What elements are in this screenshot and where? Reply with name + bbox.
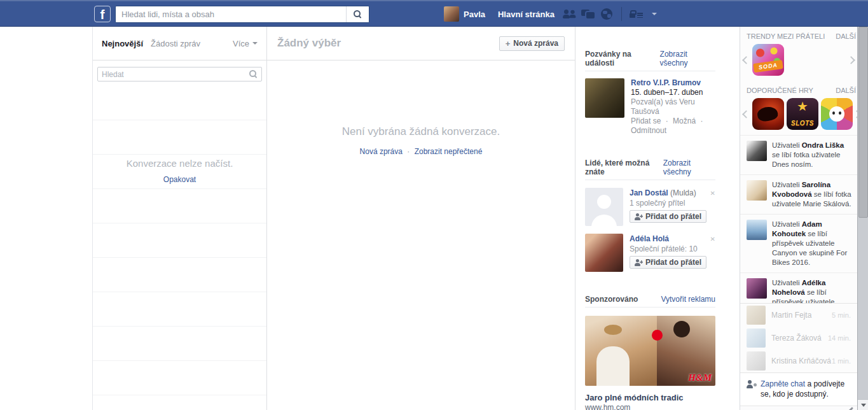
avatar (747, 329, 766, 348)
pymk-see-all-link[interactable]: Zobrazit všechny (663, 159, 715, 176)
dot-separator: · (404, 147, 412, 156)
event-maybe-link[interactable]: Možná (673, 117, 696, 125)
ad-headline-link[interactable]: Jaro plné módních tradic (585, 393, 715, 402)
avatar (747, 180, 767, 201)
chat-friend-row[interactable]: Martin Fejta 5 min. (740, 304, 857, 327)
sponsored-section-header: Sponzorováno Vytvořit reklamu (585, 288, 715, 308)
home-link[interactable]: Hlavní stránka (492, 1, 561, 27)
event-photo[interactable] (585, 78, 624, 118)
thread-panel: Žádný výběr + Nová zpráva Není vybrána ž… (267, 27, 575, 410)
global-search-input[interactable] (116, 6, 346, 22)
notifications-icon[interactable] (598, 1, 616, 27)
ticker-story[interactable]: Uživateli Adélka Nohelová se líbí příspě… (740, 273, 857, 303)
sponsored-title: Sponzorováno (585, 295, 638, 304)
messages-icon[interactable] (579, 1, 598, 27)
candy-soda-game-icon[interactable]: SODA (752, 44, 784, 76)
add-friend-icon (635, 259, 642, 266)
right-column: Pozvánky na události Zobrazit všechny Re… (575, 27, 725, 410)
conversations-panel: Nejnovější Žádosti zpráv Více Konverzace… (92, 27, 267, 410)
games-title: DOPORUČENÉ HRY (747, 87, 813, 94)
empty-new-message-link[interactable]: Nová zpráva (360, 147, 403, 156)
avatar (747, 141, 767, 161)
avatar[interactable] (585, 234, 623, 272)
scrollbar-thumb[interactable] (858, 27, 868, 218)
conversation-search-input[interactable] (102, 70, 249, 79)
slots-label: SLOTS (787, 120, 818, 127)
chevron-left-icon[interactable] (742, 56, 750, 64)
scroll-down-button[interactable] (858, 399, 868, 410)
event-join-link[interactable]: Přidat se (631, 117, 661, 125)
games-more-link[interactable]: DALŠÍ (836, 87, 856, 94)
profile-link[interactable]: Pavla (437, 1, 492, 27)
chat-friend-row[interactable]: Tereza Žáková 14 min. (740, 327, 857, 350)
add-friend-button[interactable]: Přidat do přátel (630, 256, 706, 269)
ad-photo-left (585, 316, 657, 386)
chevron-down-icon (252, 42, 258, 45)
last-active-time: 5 min. (832, 311, 851, 319)
pymk-alias: (Mulda) (668, 188, 696, 197)
home-label: Hlavní stránka (498, 10, 555, 19)
account-menu-button[interactable] (645, 1, 664, 27)
conversation-row-placeholder (93, 120, 266, 155)
top-navbar: f Pavla Hlavní stránka (0, 0, 868, 27)
create-ad-link[interactable]: Vytvořit reklamu (661, 295, 715, 304)
tab-message-requests[interactable]: Žádosti zpráv (147, 39, 204, 48)
tab-newest[interactable]: Nejnovější (98, 39, 147, 48)
chat-search-bar: ⚙ (740, 406, 857, 410)
more-dropdown[interactable]: Více (229, 39, 261, 48)
pymk-title: Lidé, které možná znáte (585, 159, 663, 176)
chevron-right-icon[interactable] (853, 110, 857, 118)
new-message-button[interactable]: + Nová zpráva (499, 36, 565, 51)
profile-name: Pavla (464, 10, 485, 19)
conversation-row-placeholder (93, 258, 266, 292)
chevron-left-icon[interactable] (742, 110, 750, 118)
slots-game-icon[interactable]: ★ SLOTS (787, 98, 818, 130)
trivia-face (829, 106, 844, 122)
close-icon[interactable]: ✕ (710, 190, 715, 197)
facebook-logo[interactable]: f (94, 6, 111, 22)
conversations-header: Nejnovější Žádosti zpráv Více (93, 27, 266, 60)
search-button[interactable] (346, 6, 369, 22)
global-search (115, 6, 369, 23)
offline-friends-list: Martin Fejta 5 min. Tereza Žáková 14 min… (740, 303, 857, 372)
friend-requests-icon[interactable] (561, 1, 579, 27)
mutual-friends-text: 1 společný přítel (630, 198, 715, 208)
soda-label: SODA (753, 60, 783, 73)
pymk-name-link[interactable]: Jan Dostál (630, 188, 668, 197)
chat-friend-row[interactable]: Kristina Krňáčová 1 min. (740, 350, 857, 372)
chevron-right-icon[interactable] (847, 56, 855, 64)
add-friend-icon (635, 213, 642, 220)
ticker-story[interactable]: Uživateli Adam Kohoutek se líbí příspěve… (740, 215, 857, 273)
messages-page: Nejnovější Žádosti zpráv Více Konverzace… (92, 27, 725, 410)
trending-more-link[interactable]: DALŠÍ (836, 32, 856, 40)
scrollbar-track[interactable] (857, 27, 868, 410)
ticker-story[interactable]: Uživateli Ondra Liška se líbí fotka uživ… (740, 136, 857, 175)
retry-link[interactable]: Opakovat (163, 175, 196, 184)
privacy-shortcuts-icon[interactable] (627, 1, 645, 27)
add-friend-button[interactable]: Přidat do přátel (630, 210, 706, 223)
show-unread-link[interactable]: Zobrazit nepřečtené (415, 147, 483, 156)
chat-bubbles-icon (581, 8, 596, 20)
ad-image[interactable]: H&M (585, 316, 715, 386)
events-see-all-link[interactable]: Zobrazit všechny (660, 50, 715, 67)
event-decline-link[interactable]: Odmítnout (631, 126, 666, 135)
pymk-name-link[interactable]: Adéla Holá (630, 234, 669, 243)
turn-on-chat-link[interactable]: Zapněte chat (761, 379, 805, 388)
load-error-text: Konverzace nelze načíst. (93, 158, 266, 169)
jurassic-game-icon[interactable] (752, 98, 784, 130)
ticker-story[interactable]: Uživateli Sarolína Kvobodová se líbí fot… (740, 175, 857, 215)
two-people-icon (563, 9, 577, 19)
conversation-row-placeholder (93, 361, 266, 395)
trivia-game-icon[interactable] (821, 98, 853, 130)
avatar (747, 278, 767, 299)
mutual-friends-text: Společní přátelé: 10 (630, 244, 715, 254)
close-icon[interactable]: ✕ (710, 236, 715, 243)
event-name-link[interactable]: Retro V.I.P. Brumov (631, 78, 715, 88)
thread-header: Žádný výběr + Nová zpráva (267, 27, 575, 60)
conversation-search (97, 67, 262, 81)
default-avatar[interactable] (585, 188, 623, 226)
pymk-suggestion: Jan Dostál (Mulda) 1 společný přítel Při… (585, 188, 715, 226)
chevron-down-icon (652, 13, 657, 15)
avatar (747, 220, 767, 240)
avatar (747, 306, 766, 325)
